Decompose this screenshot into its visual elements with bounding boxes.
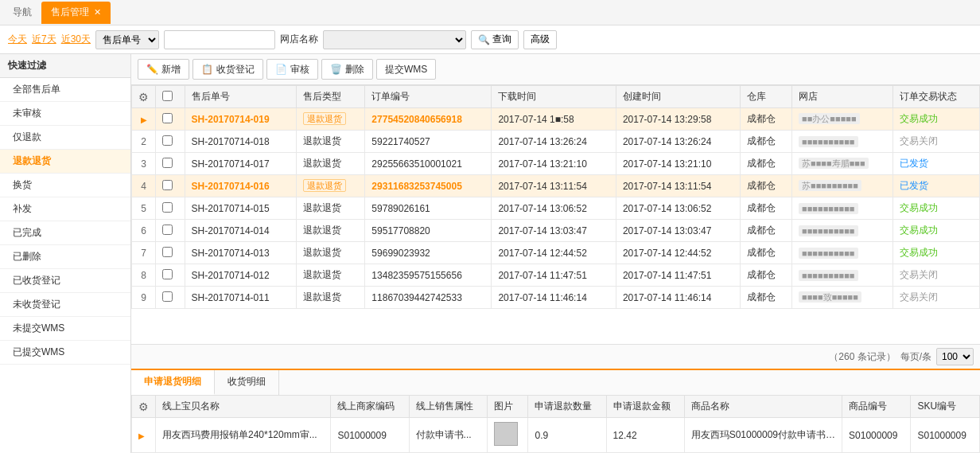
product-code: S01000009 — [842, 418, 911, 453]
row-checkbox[interactable] — [162, 158, 173, 168]
table-row[interactable]: 3SH-20170714-017退款退货29255663510001021201… — [132, 153, 980, 175]
merchant-code: S01000009 — [331, 418, 409, 453]
add-button[interactable]: ✏️ 新增 — [138, 59, 189, 80]
sidebar-item[interactable]: 未收货登记 — [0, 293, 130, 317]
sidebar-item[interactable]: 已提交WMS — [0, 341, 130, 365]
row-checkbox[interactable] — [162, 225, 173, 235]
download-time: 2017-07-14 11:46:14 — [492, 287, 616, 309]
query-button[interactable]: 🔍 查询 — [471, 30, 519, 49]
shop: ■■■■■■■■■■ — [792, 197, 893, 220]
shop: ■■■■致■■■■■ — [792, 287, 893, 309]
bottom-tabs: 申请退货明细收货明细 — [131, 369, 980, 395]
refund-qty: 0.9 — [528, 418, 606, 453]
delete-button[interactable]: 🗑️ 删除 — [321, 59, 373, 80]
after-sale-type: 退款退货 — [296, 108, 365, 131]
submit-wms-button[interactable]: 提交WMS — [376, 59, 436, 80]
sidebar-item[interactable]: 未提交WMS — [0, 317, 130, 341]
main-table-container: ⚙ 售后单号 售后类型 订单编号 下载时间 创建时间 仓库 网店 订单交易状态 … — [131, 85, 980, 344]
sidebar-item[interactable]: 换货 — [0, 174, 130, 197]
search-input[interactable] — [164, 30, 275, 49]
search-icon: 🔍 — [478, 34, 490, 45]
after-sale-id: SH-20170714-017 — [185, 153, 296, 175]
warehouse: 成都仓 — [741, 242, 792, 264]
row-checkbox[interactable] — [162, 113, 173, 123]
warehouse: 成都仓 — [741, 108, 792, 131]
table-row[interactable]: 8SH-20170714-012退款退货13482359575155656201… — [132, 264, 980, 287]
table-row[interactable]: ▶SH-20170714-019退款退货27754520840656918201… — [132, 108, 980, 131]
created-time: 2017-07-14 13:06:52 — [616, 197, 741, 220]
after-sale-id-text: SH-20170714-019 — [192, 114, 270, 125]
row-number: 2 — [132, 131, 156, 153]
row-checkbox[interactable] — [162, 291, 173, 302]
bottom-table: ⚙ 线上宝贝名称 线上商家编码 线上销售属性 图片 申请退款数量 申请退款金额 … — [131, 395, 980, 453]
row-checkbox[interactable] — [162, 202, 173, 213]
row-checkbox[interactable] — [162, 135, 173, 146]
order-status: 交易关闭 — [893, 264, 980, 287]
table-row[interactable]: 7SH-20170714-013退款退货596990239322017-07-1… — [132, 242, 980, 264]
row-number: 6 — [132, 220, 156, 242]
shop-blurred: ■■■■致■■■■■ — [799, 291, 861, 303]
table-row[interactable]: 6SH-20170714-014退款退货595177088202017-07-1… — [132, 220, 980, 242]
shop-select[interactable] — [323, 30, 466, 49]
order-id-text: 27754520840656918 — [371, 114, 461, 125]
today-link[interactable]: 今天 — [8, 33, 27, 46]
status-col-header: 订单交易状态 — [893, 86, 980, 108]
receipt-button[interactable]: 📋 收货登记 — [192, 59, 263, 80]
table-row[interactable]: 4SH-20170714-016退款退货29311683253745005201… — [132, 175, 980, 197]
audit-button[interactable]: 📄 审核 — [266, 59, 318, 80]
sidebar-item[interactable]: 退款退货 — [0, 150, 130, 174]
close-tab-icon[interactable]: ✕ — [94, 7, 101, 18]
per-page-select[interactable]: 100 — [936, 348, 974, 365]
bottom-product-code-header: 商品编号 — [842, 396, 911, 418]
table-row[interactable]: 9SH-20170714-011退款退货11867039442742533201… — [132, 287, 980, 309]
field-select[interactable]: 售后单号 — [95, 30, 159, 49]
warehouse: 成都仓 — [741, 131, 792, 153]
nav-label: 导航 — [6, 6, 38, 19]
table-row[interactable]: 2SH-20170714-018退款退货592217405272017-07-1… — [132, 131, 980, 153]
select-all-checkbox[interactable] — [162, 91, 173, 101]
sidebar-item[interactable]: 已收货登记 — [0, 269, 130, 293]
bottom-settings-col[interactable]: ⚙ — [132, 396, 156, 418]
row-number: 5 — [132, 197, 156, 220]
order-status: 交易关闭 — [893, 131, 980, 153]
last7-link[interactable]: 近7天 — [32, 33, 56, 46]
checkbox-col-header — [156, 86, 185, 108]
bottom-play-cell: ▶ — [132, 418, 156, 453]
sidebar-item[interactable]: 全部售后单 — [0, 78, 130, 102]
shop: ■■办公■■■■■ — [792, 108, 893, 131]
bottom-settings-icon[interactable]: ⚙ — [138, 400, 149, 413]
row-checkbox[interactable] — [162, 247, 173, 257]
after-sale-id: SH-20170714-016 — [185, 175, 296, 197]
created-time: 2017-07-14 11:46:14 — [616, 287, 741, 309]
row-checkbox-cell — [156, 153, 185, 175]
sidebar-item[interactable]: 补发 — [0, 197, 130, 221]
table-row[interactable]: 5SH-20170714-015退款退货597890261612017-07-1… — [132, 197, 980, 220]
sidebar-item[interactable]: 已删除 — [0, 245, 130, 269]
warehouse: 成都仓 — [741, 153, 792, 175]
sidebar: 快速过滤 全部售后单未审核仅退款退款退货换货补发已完成已删除已收货登记未收货登记… — [0, 54, 131, 453]
settings-col-header[interactable]: ⚙ — [132, 86, 156, 108]
bottom-tab[interactable]: 收货明细 — [215, 370, 279, 395]
warehouse: 成都仓 — [741, 220, 792, 242]
sidebar-item[interactable]: 仅退款 — [0, 126, 130, 150]
row-number: ▶ — [132, 108, 156, 131]
bottom-tab[interactable]: 申请退货明细 — [131, 370, 215, 395]
after-sale-tab[interactable]: 售后管理 ✕ — [41, 2, 111, 24]
type-tag: 退款退货 — [303, 112, 346, 125]
row-checkbox[interactable] — [162, 269, 173, 279]
row-checkbox-cell — [156, 287, 185, 309]
row-checkbox-cell — [156, 242, 185, 264]
download-time: 2017-07-14 13:21:10 — [492, 153, 616, 175]
settings-icon[interactable]: ⚙ — [138, 91, 149, 103]
bottom-play-icon: ▶ — [138, 432, 145, 440]
last30-link[interactable]: 近30天 — [61, 33, 91, 46]
advanced-button[interactable]: 高级 — [523, 30, 557, 49]
row-checkbox[interactable] — [162, 180, 173, 190]
after-sale-id: SH-20170714-018 — [185, 131, 296, 153]
sidebar-item[interactable]: 未审核 — [0, 102, 130, 126]
sidebar-item[interactable]: 已完成 — [0, 221, 130, 245]
download-time: 2017-07-14 11:47:51 — [492, 264, 616, 287]
row-number: 3 — [132, 153, 156, 175]
created-time: 2017-07-14 13:26:24 — [616, 131, 741, 153]
warehouse: 成都仓 — [741, 175, 792, 197]
